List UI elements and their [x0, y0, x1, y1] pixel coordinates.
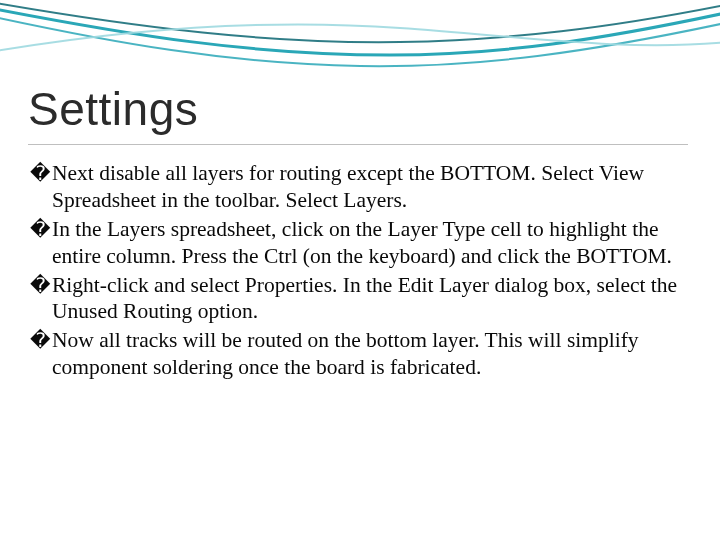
bullet-icon: �	[30, 161, 52, 186]
bullet-icon: �	[30, 217, 52, 242]
slide-body: �Next disable all layers for routing exc…	[30, 160, 686, 383]
list-item-text: Right-click and select Properties. In th…	[52, 273, 677, 324]
list-item: �Right-click and select Properties. In t…	[30, 272, 686, 326]
top-swoosh-decoration	[0, 0, 720, 90]
list-item: �Next disable all layers for routing exc…	[30, 160, 686, 214]
list-item-text: Now all tracks will be routed on the bot…	[52, 328, 639, 379]
list-item: �In the Layers spreadsheet, click on the…	[30, 216, 686, 270]
list-item-text: In the Layers spreadsheet, click on the …	[52, 217, 672, 268]
bullet-icon: �	[30, 328, 52, 353]
list-item-text: Next disable all layers for routing exce…	[52, 161, 644, 212]
slide-title: Settings	[28, 82, 198, 136]
title-underline	[28, 144, 688, 145]
bullet-icon: �	[30, 273, 52, 298]
slide: Settings �Next disable all layers for ro…	[0, 0, 720, 540]
list-item: �Now all tracks will be routed on the bo…	[30, 327, 686, 381]
